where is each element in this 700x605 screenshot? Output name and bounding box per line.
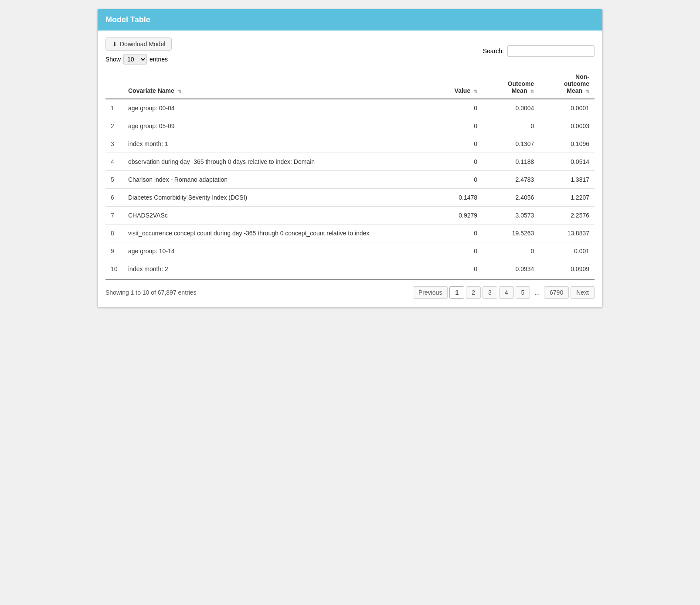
cell-covariate-name: age group: 05-09	[123, 117, 431, 135]
cell-value: 0	[431, 117, 483, 135]
sort-icon-outcome-mean[interactable]: ⇅	[530, 89, 534, 94]
cell-covariate-name: visit_occurrence concept count during da…	[123, 224, 431, 242]
cell-non-outcome-mean: 2.2576	[539, 207, 595, 224]
cell-value: 0	[431, 135, 483, 153]
table-header-row: Covariate Name ⇅ Value ⇅ OutcomeMean ⇅ N…	[105, 69, 595, 99]
cell-covariate-name: age group: 00-04	[123, 99, 431, 117]
cell-non-outcome-mean: 13.8837	[539, 224, 595, 242]
cell-covariate-name: CHADS2VASc	[123, 207, 431, 224]
cell-covariate-name: Diabetes Comorbidity Severity Index (DCS…	[123, 189, 431, 207]
col-header-index	[105, 69, 123, 99]
cell-non-outcome-mean: 0.0003	[539, 117, 595, 135]
page-ellipsis: ...	[532, 287, 542, 298]
cell-covariate-name: age group: 10-14	[123, 242, 431, 260]
cell-index: 9	[105, 242, 123, 260]
cell-value: 0	[431, 99, 483, 117]
page-btn-1[interactable]: 1	[449, 286, 464, 299]
cell-outcome-mean: 0.1188	[483, 153, 539, 171]
page-btn-3[interactable]: 3	[483, 286, 497, 299]
cell-non-outcome-mean: 0.0514	[539, 153, 595, 171]
cell-index: 10	[105, 260, 123, 278]
table-row: 1 age group: 00-04 0 0.0004 0.0001	[105, 99, 595, 117]
cell-non-outcome-mean: 0.001	[539, 242, 595, 260]
toolbar-row: ⬇ Download Model Show 10 25 50 100 entri…	[105, 37, 595, 65]
col-header-value: Value ⇅	[431, 69, 483, 99]
cell-non-outcome-mean: 0.0001	[539, 99, 595, 117]
cell-non-outcome-mean: 1.3817	[539, 171, 595, 189]
cell-index: 8	[105, 224, 123, 242]
search-box: Search:	[483, 45, 595, 57]
download-button[interactable]: ⬇ Download Model	[105, 37, 172, 51]
pagination: Previous 1 2 3 4 5 ... 6790 Next	[413, 286, 595, 299]
next-button[interactable]: Next	[571, 286, 595, 299]
download-label: Download Model	[120, 41, 165, 48]
search-input[interactable]	[507, 45, 595, 57]
col-header-covariate: Covariate Name ⇅	[123, 69, 431, 99]
cell-outcome-mean: 0.1307	[483, 135, 539, 153]
entries-select[interactable]: 10 25 50 100	[123, 54, 147, 65]
cell-value: 0	[431, 171, 483, 189]
cell-value: 0	[431, 260, 483, 278]
cell-value: 0	[431, 224, 483, 242]
cell-non-outcome-mean: 0.0909	[539, 260, 595, 278]
table-row: 4 observation during day -365 through 0 …	[105, 153, 595, 171]
cell-value: 0	[431, 153, 483, 171]
entries-label: entries	[150, 56, 168, 63]
table-body: 1 age group: 00-04 0 0.0004 0.0001 2 age…	[105, 99, 595, 278]
table-row: 7 CHADS2VASc 0.9279 3.0573 2.2576	[105, 207, 595, 224]
table-row: 6 Diabetes Comorbidity Severity Index (D…	[105, 189, 595, 207]
cell-value: 0.1478	[431, 189, 483, 207]
cell-outcome-mean: 2.4783	[483, 171, 539, 189]
cell-index: 7	[105, 207, 123, 224]
sort-icon-non-outcome-mean[interactable]: ⇅	[586, 89, 589, 94]
page-btn-6790[interactable]: 6790	[544, 286, 569, 299]
table-row: 9 age group: 10-14 0 0 0.001	[105, 242, 595, 260]
col-header-non-outcome-mean: Non-outcomeMean ⇅	[539, 69, 595, 99]
cell-outcome-mean: 0	[483, 117, 539, 135]
cell-non-outcome-mean: 0.1096	[539, 135, 595, 153]
table-row: 10 index month: 2 0 0.0934 0.0909	[105, 260, 595, 278]
footer-row: Showing 1 to 10 of 67,897 entries Previo…	[105, 279, 595, 300]
cell-index: 3	[105, 135, 123, 153]
model-table: Covariate Name ⇅ Value ⇅ OutcomeMean ⇅ N…	[105, 69, 595, 278]
cell-index: 4	[105, 153, 123, 171]
cell-outcome-mean: 0.0004	[483, 99, 539, 117]
show-label: Show	[105, 56, 121, 63]
panel-title: Model Table	[105, 15, 150, 24]
cell-outcome-mean: 0	[483, 242, 539, 260]
sort-icon-covariate[interactable]: ⇅	[178, 89, 181, 94]
cell-covariate-name: observation during day -365 through 0 da…	[123, 153, 431, 171]
cell-outcome-mean: 2.4056	[483, 189, 539, 207]
cell-index: 6	[105, 189, 123, 207]
cell-covariate-name: Charlson index - Romano adaptation	[123, 171, 431, 189]
page-btn-4[interactable]: 4	[499, 286, 514, 299]
panel-header: Model Table	[98, 9, 602, 31]
cell-non-outcome-mean: 1.2207	[539, 189, 595, 207]
sort-icon-value[interactable]: ⇅	[474, 89, 477, 94]
cell-index: 5	[105, 171, 123, 189]
cell-value: 0	[431, 242, 483, 260]
table-row: 3 index month: 1 0 0.1307 0.1096	[105, 135, 595, 153]
cell-outcome-mean: 3.0573	[483, 207, 539, 224]
cell-index: 2	[105, 117, 123, 135]
cell-value: 0.9279	[431, 207, 483, 224]
prev-button[interactable]: Previous	[413, 286, 448, 299]
table-row: 2 age group: 05-09 0 0 0.0003	[105, 117, 595, 135]
page-btn-5[interactable]: 5	[516, 286, 530, 299]
showing-text: Showing 1 to 10 of 67,897 entries	[105, 289, 197, 296]
cell-covariate-name: index month: 2	[123, 260, 431, 278]
model-table-panel: Model Table ⬇ Download Model Show 10 25 …	[97, 9, 603, 308]
show-entries-control: Show 10 25 50 100 entries	[105, 54, 172, 65]
table-row: 5 Charlson index - Romano adaptation 0 2…	[105, 171, 595, 189]
table-row: 8 visit_occurrence concept count during …	[105, 224, 595, 242]
page-btn-2[interactable]: 2	[466, 286, 481, 299]
cell-index: 1	[105, 99, 123, 117]
search-label: Search:	[483, 48, 504, 54]
col-header-outcome-mean: OutcomeMean ⇅	[483, 69, 539, 99]
panel-body: ⬇ Download Model Show 10 25 50 100 entri…	[98, 31, 602, 307]
cell-outcome-mean: 0.0934	[483, 260, 539, 278]
toolbar-left: ⬇ Download Model Show 10 25 50 100 entri…	[105, 37, 172, 65]
cell-outcome-mean: 19.5263	[483, 224, 539, 242]
cell-covariate-name: index month: 1	[123, 135, 431, 153]
download-icon: ⬇	[112, 41, 117, 48]
